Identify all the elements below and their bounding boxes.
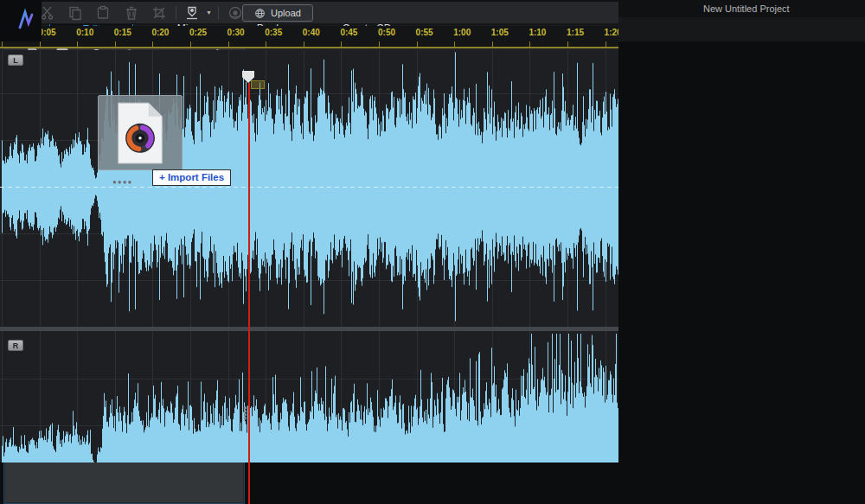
import-files-tooltip: + Import Files <box>152 169 231 186</box>
ruler-tick <box>77 41 78 47</box>
ruler-label: 0:15 <box>114 28 131 37</box>
ruler-tick <box>606 41 606 47</box>
ruler-tick <box>190 41 191 47</box>
cut-icon[interactable] <box>40 5 57 21</box>
ruler-label: 0:35 <box>265 28 282 37</box>
upload-globe-icon <box>254 8 266 19</box>
ruler-label: 1:05 <box>491 28 509 37</box>
toolbar-separator <box>176 6 176 20</box>
ruler-label: 1:10 <box>529 28 546 37</box>
waveform-canvas[interactable] <box>0 50 618 463</box>
ruler-tick <box>304 41 304 47</box>
upload-button[interactable]: Upload <box>242 4 313 22</box>
ruler-label: 0:55 <box>416 28 433 37</box>
ruler-tick <box>492 41 493 47</box>
ruler-label: 0:10 <box>76 28 93 37</box>
upload-button-label: Upload <box>271 8 301 18</box>
ruler-tick <box>454 41 455 47</box>
ruler-label: 0:30 <box>227 28 245 37</box>
ruler-tick <box>115 41 116 47</box>
ruler-tick <box>417 41 418 47</box>
delete-icon[interactable] <box>124 5 141 21</box>
channel-badge-left[interactable]: L <box>8 54 23 66</box>
trim-icon[interactable] <box>151 5 169 21</box>
selection-start-marker[interactable] <box>251 80 265 89</box>
toolbar-separator <box>218 6 219 20</box>
marker-dropdown-icon[interactable]: ▼ <box>206 10 212 16</box>
audio-editor-window: FileEditViewHelp New Untitled Project Ed… <box>0 0 865 504</box>
ruler-label: 0:45 <box>340 28 357 37</box>
ruler-tick <box>152 41 153 47</box>
ruler-tick <box>228 41 229 47</box>
marker-icon[interactable] <box>184 5 202 21</box>
panel-divider-handle[interactable]: ●●●● <box>112 178 132 186</box>
editor-toolbar: ▼ Upload <box>0 2 618 24</box>
ruler-tick <box>529 41 530 47</box>
ruler-label: 1:00 <box>453 28 471 37</box>
ruler-tick <box>379 41 380 47</box>
timeline-ruler[interactable]: 0:000:050:100:150:200:250:300:350:400:45… <box>0 26 618 48</box>
copy-icon[interactable] <box>67 5 85 21</box>
drag-ghost-thumbnail <box>98 95 183 170</box>
ruler-label: 1:20 <box>605 28 618 37</box>
panel-divider-handle-vertical[interactable]: ●●●● <box>243 406 247 420</box>
ruler-tick <box>40 41 41 47</box>
channel-badge-right[interactable]: R <box>8 340 23 351</box>
ruler-label: 0:50 <box>378 28 395 37</box>
ruler-label: 0:40 <box>303 28 320 37</box>
ruler-tick <box>567 41 568 47</box>
ruler-label: 1:15 <box>567 28 584 37</box>
paste-icon[interactable] <box>95 5 112 21</box>
ruler-tick <box>341 41 342 47</box>
app-logo-icon <box>0 0 42 41</box>
ruler-tick <box>2 41 3 47</box>
disc-icon[interactable] <box>227 5 244 21</box>
project-title: New Untitled Project <box>703 0 790 17</box>
waveform-editor-panel: ▼ Upload 0:000:050:100:150:200:250:300:3… <box>0 0 618 463</box>
ruler-label: 0:20 <box>151 28 169 37</box>
playhead-line <box>248 83 250 504</box>
ruler-tick <box>266 41 266 47</box>
ruler-label: 0:25 <box>189 28 207 37</box>
